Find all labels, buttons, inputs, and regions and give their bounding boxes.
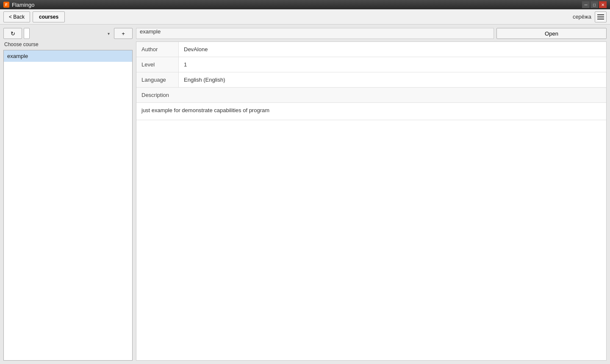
course-title-display: example — [136, 28, 494, 39]
level-label: Level — [136, 57, 179, 72]
author-value: DevAlone — [179, 42, 606, 57]
filter-dropdown-wrapper — [24, 28, 112, 39]
description-row: Description just example for demonstrate… — [136, 88, 606, 120]
course-list: example — [3, 50, 133, 361]
add-icon: + — [122, 31, 125, 36]
toolbar-left: < Back courses — [3, 11, 65, 22]
window-controls: ─ □ ✕ — [582, 1, 607, 8]
author-row: Author DevAlone — [136, 42, 606, 57]
left-toolbar: ↻ + — [3, 28, 133, 39]
open-button[interactable]: Open — [496, 28, 607, 39]
level-row: Level 1 — [136, 57, 606, 72]
right-header: example Open — [136, 28, 607, 39]
app-icon: F — [3, 2, 9, 8]
description-label: Description — [136, 88, 606, 103]
add-button[interactable]: + — [114, 28, 133, 39]
refresh-icon: ↻ — [11, 30, 15, 37]
author-label: Author — [136, 42, 179, 57]
description-value: just example for demonstrate capabilitie… — [136, 103, 606, 120]
app-title: Flamingo — [12, 2, 34, 8]
language-row: Language English (English) — [136, 72, 606, 88]
back-button[interactable]: < Back — [3, 11, 30, 22]
minimize-button[interactable]: ─ — [582, 1, 590, 8]
language-label: Language — [136, 72, 179, 87]
right-panel: example Open Author DevAlone Level 1 Lan… — [136, 28, 607, 361]
title-bar: F Flamingo ─ □ ✕ — [0, 0, 610, 9]
toolbar-right: серёжа — [573, 11, 607, 22]
menu-bar-3 — [597, 19, 604, 19]
menu-bar-1 — [597, 14, 604, 15]
language-value: English (English) — [179, 72, 606, 87]
title-bar-left: F Flamingo — [3, 2, 34, 8]
left-panel: ↻ + Choose course example — [3, 28, 133, 361]
app-toolbar: < Back courses серёжа — [0, 9, 610, 25]
courses-button[interactable]: courses — [33, 11, 65, 22]
maximize-button[interactable]: □ — [591, 1, 598, 8]
main-content: ↻ + Choose course example example Open — [0, 25, 610, 364]
refresh-button[interactable]: ↻ — [3, 28, 22, 39]
course-item-name: example — [7, 53, 28, 59]
menu-bar-2 — [597, 17, 604, 17]
username-label: серёжа — [573, 14, 591, 20]
level-value: 1 — [179, 57, 606, 72]
close-button[interactable]: ✕ — [599, 1, 607, 8]
filter-dropdown[interactable] — [24, 28, 30, 39]
choose-course-label: Choose course — [3, 41, 133, 47]
details-panel: Author DevAlone Level 1 Language English… — [136, 41, 607, 361]
menu-button[interactable] — [595, 11, 607, 22]
course-list-item[interactable]: example — [4, 50, 132, 62]
